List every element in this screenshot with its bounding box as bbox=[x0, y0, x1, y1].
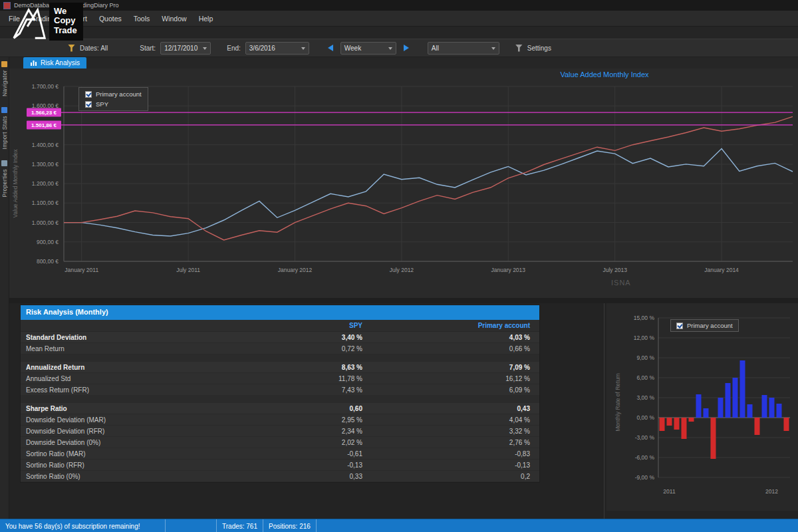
table-row[interactable]: Excess Return (RFR) 7,43 % 6,09 % bbox=[21, 384, 539, 396]
table-row[interactable]: Annualized Return 8,63 % 7,09 % bbox=[21, 362, 539, 373]
account-filter-combo[interactable]: All bbox=[428, 42, 499, 55]
table-title: Risk Analysis (Monthly) bbox=[21, 305, 539, 320]
wecopytrade-text: We Copy Trade bbox=[49, 3, 83, 41]
risk-analysis-table: Risk Analysis (Monthly) SPY Primary acco… bbox=[20, 305, 540, 483]
primary-value: 0,43 bbox=[366, 405, 539, 412]
spy-value: 0,33 bbox=[220, 473, 366, 480]
spy-checkbox[interactable] bbox=[85, 101, 92, 108]
navigator-icon bbox=[1, 61, 7, 67]
legend-label: SPY bbox=[96, 100, 108, 108]
column-header-primary[interactable]: Primary account bbox=[366, 322, 539, 329]
sidebar-item-import-stats[interactable]: Import Stats bbox=[1, 107, 8, 150]
metric-label: Annualized Std bbox=[21, 375, 220, 382]
chevron-down-icon bbox=[388, 47, 392, 52]
spy-value: 3,40 % bbox=[220, 334, 366, 341]
menu-item-quotes[interactable]: Quotes bbox=[93, 13, 128, 25]
dates-filter-icon bbox=[68, 45, 75, 52]
tab-label: Risk Analysis bbox=[41, 59, 80, 66]
settings-button[interactable]: Settings bbox=[527, 45, 551, 52]
vami-y-axis-label: Value Added Monthly Index bbox=[12, 149, 19, 217]
table-row[interactable]: Downside Deviation (RFR) 2,34 % 3,32 % bbox=[21, 426, 539, 437]
svg-text:1.200,00 €: 1.200,00 € bbox=[32, 180, 59, 187]
menu-item-window[interactable]: Window bbox=[156, 13, 192, 25]
monthly-returns-panel: Monthly Rate of Return Primary account 1… bbox=[606, 303, 798, 511]
menu-item-help[interactable]: Help bbox=[193, 13, 219, 25]
primary-account-checkbox[interactable] bbox=[85, 91, 92, 98]
spy-value: 0,60 bbox=[220, 405, 366, 412]
svg-text:-6,00 %: -6,00 % bbox=[635, 454, 655, 461]
horizontal-splitter[interactable] bbox=[9, 298, 798, 303]
svg-text:800,00 €: 800,00 € bbox=[37, 258, 59, 265]
legend-item-primary-account: Primary account bbox=[85, 90, 142, 98]
start-date-combo[interactable]: 12/17/2010 bbox=[160, 42, 211, 55]
primary-account-checkbox[interactable] bbox=[676, 323, 683, 329]
watermark-line: Copy bbox=[54, 16, 77, 25]
menubar: File Trading Import Quotes Tools Window … bbox=[0, 11, 798, 27]
period-value: Week bbox=[344, 45, 361, 52]
svg-text:1.400,00 €: 1.400,00 € bbox=[32, 142, 59, 148]
end-date-combo[interactable]: 3/6/2016 bbox=[245, 42, 309, 55]
svg-text:6,00 %: 6,00 % bbox=[637, 374, 655, 381]
trades-count: Trades: 761 bbox=[217, 519, 263, 532]
vami-chart-title: Value Added Monthly Index bbox=[541, 70, 668, 78]
metric-label: Sortino Ratio (RFR) bbox=[21, 462, 220, 469]
metric-label: Sortino Ratio (0%) bbox=[21, 473, 220, 480]
primary-value: 2,76 % bbox=[366, 439, 539, 446]
spy-value: 7,43 % bbox=[220, 386, 366, 394]
statusbar: You have 56 day(s) of subscription remai… bbox=[0, 519, 798, 532]
svg-text:January 2013: January 2013 bbox=[491, 267, 526, 273]
tab-risk-analysis[interactable]: Risk Analysis bbox=[23, 57, 86, 68]
chevron-down-icon bbox=[301, 47, 305, 52]
svg-text:3,00 %: 3,00 % bbox=[637, 394, 655, 401]
statusbar-spacer bbox=[166, 519, 217, 532]
wecopytrade-watermark: We Copy Trade bbox=[11, 3, 83, 45]
watermark-line: Trade bbox=[54, 26, 77, 35]
metric-label: Standard Deviation bbox=[21, 334, 220, 341]
bars-y-axis-label: Monthly Rate of Return bbox=[614, 373, 621, 431]
metric-label: Mean Return bbox=[21, 345, 220, 352]
arrow-right-icon bbox=[404, 45, 409, 51]
primary-value: -0,83 bbox=[366, 450, 539, 458]
tabstrip: Risk Analysis bbox=[9, 57, 798, 68]
svg-text:January 2011: January 2011 bbox=[65, 267, 98, 273]
menubar-spacer bbox=[0, 27, 798, 39]
sidebar-item-label: Navigator bbox=[1, 70, 8, 96]
metric-label: Sortino Ratio (MAR) bbox=[21, 450, 220, 458]
svg-text:1.300,00 €: 1.300,00 € bbox=[32, 161, 59, 168]
table-row[interactable]: Annualized Std 11,78 % 16,12 % bbox=[21, 373, 539, 384]
sidebar-item-properties[interactable]: Properties bbox=[1, 160, 8, 198]
table-row[interactable]: Sharpe Ratio 0,60 0,43 bbox=[21, 403, 539, 414]
table-spacer-row bbox=[21, 354, 539, 362]
dates-filter-label[interactable]: Dates: All bbox=[80, 45, 108, 52]
settings-filter-icon bbox=[515, 45, 523, 52]
svg-text:1.700,00 €: 1.700,00 € bbox=[32, 83, 59, 90]
end-date-label: End: bbox=[227, 45, 241, 52]
start-date-value: 12/17/2010 bbox=[164, 45, 198, 52]
table-row[interactable]: Downside Deviation (0%) 2,02 % 2,76 % bbox=[21, 437, 539, 448]
period-combo[interactable]: Week bbox=[340, 42, 396, 55]
metric-label: Downside Deviation (MAR) bbox=[21, 416, 220, 424]
spy-value: 0,72 % bbox=[220, 345, 366, 352]
table-row[interactable]: Downside Deviation (MAR) 2,95 % 4,04 % bbox=[21, 414, 539, 426]
menu-item-tools[interactable]: Tools bbox=[128, 13, 156, 25]
table-row[interactable]: Mean Return 0,72 % 0,66 % bbox=[21, 343, 539, 354]
account-filter-value: All bbox=[432, 45, 439, 52]
vami-legend: Primary account SPY bbox=[78, 87, 148, 111]
app-window: DemoDatabase.tdbx - TradingDiary Pro Fil… bbox=[0, 0, 798, 532]
column-header-spy[interactable]: SPY bbox=[220, 322, 366, 329]
previous-period-button[interactable] bbox=[325, 43, 336, 54]
sidebar-item-navigator[interactable]: Navigator bbox=[1, 61, 8, 96]
table-row[interactable]: Sortino Ratio (MAR) -0,61 -0,83 bbox=[21, 448, 539, 460]
watermark-line: We bbox=[54, 7, 77, 16]
svg-text:2012: 2012 bbox=[765, 488, 778, 495]
spy-value: 11,78 % bbox=[220, 375, 366, 382]
table-row[interactable]: Standard Deviation 3,40 % 4,03 % bbox=[21, 332, 539, 343]
table-row[interactable]: Sortino Ratio (0%) 0,33 0,2 bbox=[21, 471, 539, 482]
table-row[interactable]: Sortino Ratio (RFR) -0,13 -0,13 bbox=[21, 460, 539, 471]
svg-text:January 2014: January 2014 bbox=[704, 267, 739, 273]
next-period-button[interactable] bbox=[401, 43, 412, 54]
metric-label: Downside Deviation (RFR) bbox=[21, 428, 220, 435]
svg-text:-9,00 %: -9,00 % bbox=[635, 474, 655, 481]
bars-legend: Primary account bbox=[670, 319, 739, 332]
spy-value: 2,95 % bbox=[220, 416, 366, 424]
